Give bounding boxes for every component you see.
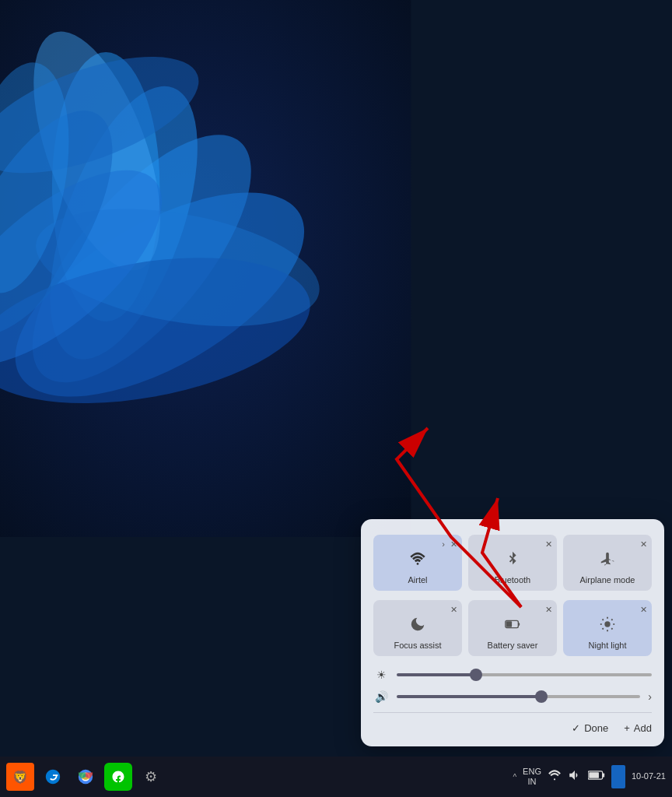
taskbar-icons: 🦁 [6, 763, 165, 791]
desktop: ✕ › Airtel ✕ [0, 0, 672, 797]
svg-line-22 [611, 628, 612, 629]
pin-bluetooth-icon[interactable]: ✕ [545, 539, 552, 549]
qs-tile-bluetooth-inner: Bluetooth [476, 542, 549, 585]
volume-expand-icon[interactable]: › [648, 690, 652, 703]
wallpaper [0, 0, 420, 537]
volume-slider[interactable] [397, 695, 640, 698]
moon-icon [409, 608, 426, 641]
pin-nightlight-icon[interactable]: ✕ [640, 605, 647, 615]
qs-tile-focus-inner: Focus assist [381, 608, 454, 650]
taskbar-settings[interactable]: ⚙ [137, 763, 165, 791]
svg-point-12 [417, 563, 419, 565]
region-text: IN [523, 777, 541, 787]
taskbar-brave[interactable]: 🦁 [6, 763, 34, 791]
pin-focus-icon[interactable]: ✕ [450, 605, 457, 615]
qs-tile-wifi-inner: Airtel [381, 542, 454, 585]
qs-tile-focus[interactable]: ✕ Focus assist [373, 600, 462, 656]
svg-line-24 [611, 620, 612, 620]
done-label: Done [584, 722, 608, 734]
taskbar-system-tray: ^ ENG IN [513, 765, 666, 788]
qs-grid-row2: ✕ Focus assist ✕ [373, 600, 652, 656]
wifi-label: Airtel [408, 575, 427, 585]
qs-tile-airplane[interactable]: ✕ Airplane mode [563, 535, 652, 591]
taskbar: 🦁 [0, 757, 672, 797]
taskbar-language[interactable]: ENG IN [523, 767, 541, 787]
expand-wifi-icon[interactable]: › [442, 539, 445, 549]
svg-rect-14 [506, 621, 512, 627]
volume-slider-row: 🔊 › [373, 690, 652, 703]
battery-saver-icon [504, 608, 521, 641]
pin-wifi-icon[interactable]: ✕ [450, 539, 457, 549]
svg-point-29 [554, 778, 555, 780]
done-button[interactable]: ✓ Done [572, 722, 608, 734]
qs-grid-row1: ✕ › Airtel ✕ [373, 535, 652, 591]
battery-saver-label: Battery saver [488, 641, 538, 650]
svg-point-16 [604, 621, 610, 627]
pin-airplane-icon[interactable]: ✕ [640, 539, 647, 549]
brightness-icon: ☀ [373, 669, 389, 681]
airplane-icon [599, 542, 616, 575]
wifi-tray-icon[interactable] [548, 768, 562, 785]
volume-icon: 🔊 [373, 690, 389, 703]
qs-tile-battery-inner: Battery saver [476, 608, 549, 650]
taskbar-edge[interactable] [39, 763, 67, 791]
qs-tile-nightlight-inner: Night light [571, 608, 644, 650]
nightlight-icon [599, 608, 616, 641]
svg-rect-15 [518, 623, 520, 626]
pin-battery-icon[interactable]: ✕ [545, 605, 552, 615]
brightness-slider[interactable] [397, 673, 652, 676]
qs-tile-nightlight[interactable]: ✕ [563, 600, 652, 656]
taskbar-blue-indicator [611, 765, 625, 788]
wifi-icon [409, 542, 426, 575]
bluetooth-icon [504, 542, 521, 575]
airplane-label: Airplane mode [580, 575, 635, 585]
checkmark-icon: ✓ [572, 722, 580, 734]
brightness-slider-row: ☀ [373, 669, 652, 681]
taskbar-chrome[interactable] [72, 763, 100, 791]
bluetooth-label: Bluetooth [495, 575, 530, 585]
taskbar-clock[interactable]: 10-07-21 [632, 771, 666, 782]
svg-line-21 [603, 620, 604, 620]
qs-tile-bluetooth[interactable]: ✕ Bluetooth [468, 535, 557, 591]
qs-tile-battery[interactable]: ✕ Battery saver [468, 600, 557, 656]
taskbar-line[interactable] [104, 763, 132, 791]
quick-settings-panel: ✕ › Airtel ✕ [361, 519, 664, 746]
qs-tile-wifi[interactable]: ✕ › Airtel [373, 535, 462, 591]
add-button[interactable]: + Add [624, 722, 652, 734]
tray-expand-icon[interactable]: ^ [513, 773, 516, 781]
svg-line-23 [603, 628, 604, 629]
add-label: Add [634, 722, 652, 734]
svg-rect-32 [603, 773, 605, 777]
nightlight-label: Night light [589, 641, 627, 650]
language-text: ENG [523, 767, 541, 777]
qs-tile-airplane-inner: Airplane mode [571, 542, 644, 585]
qs-footer: ✓ Done + Add [373, 712, 652, 734]
battery-tray-icon[interactable] [588, 770, 605, 784]
plus-icon: + [624, 722, 630, 734]
focus-label: Focus assist [394, 641, 441, 650]
taskbar-date: 10-07-21 [632, 771, 666, 782]
volume-tray-icon[interactable] [568, 768, 582, 785]
svg-rect-31 [589, 772, 599, 778]
